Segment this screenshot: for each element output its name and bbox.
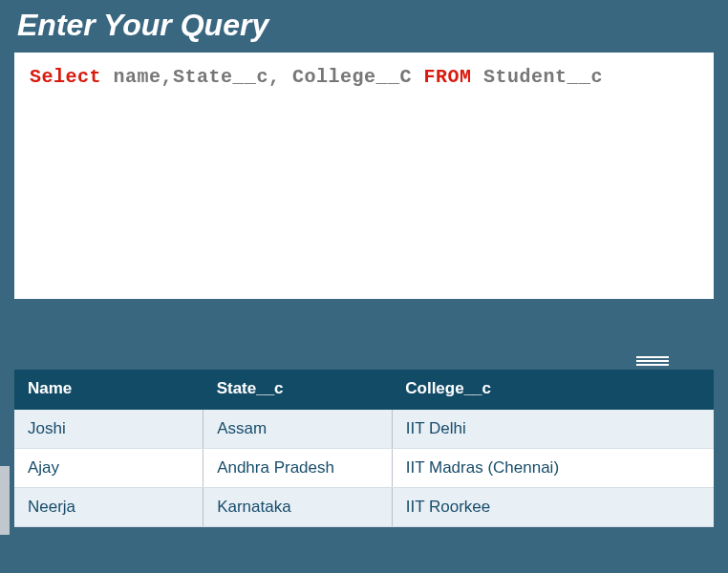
results-table: Name State__c College__c JoshiAssamIIT D… <box>14 370 714 527</box>
table-cell: Joshi <box>14 410 203 449</box>
table-cell: IIT Roorkee <box>392 488 714 527</box>
table-cell: Andhra Pradesh <box>203 449 393 488</box>
table-cell: IIT Delhi <box>392 410 714 449</box>
table-cell: Neerja <box>14 488 203 527</box>
table-row[interactable]: AjayAndhra PradeshIIT Madras (Chennai) <box>14 449 714 488</box>
left-scroll-indicator <box>0 466 10 535</box>
results-table-wrap: Name State__c College__c JoshiAssamIIT D… <box>14 370 714 527</box>
query-editor[interactable]: Select name,State__c, College__C FROM St… <box>14 53 714 299</box>
table-cell: Assam <box>203 410 393 449</box>
table-row[interactable]: NeerjaKarnatakaIIT Roorkee <box>14 488 714 527</box>
table-row[interactable]: JoshiAssamIIT Delhi <box>14 410 714 449</box>
table-cell: IIT Madras (Chennai) <box>392 449 714 488</box>
table-header-row: Name State__c College__c <box>14 370 714 410</box>
query-text: Student__c <box>472 66 604 88</box>
resize-handle-row <box>0 354 728 368</box>
query-keyword: FROM <box>424 66 472 88</box>
column-header-state[interactable]: State__c <box>203 370 393 410</box>
table-cell: Karnataka <box>203 488 393 527</box>
resize-handle-icon[interactable] <box>636 356 669 366</box>
column-header-name[interactable]: Name <box>14 370 203 410</box>
page-title: Enter Your Query <box>17 8 711 43</box>
query-keyword: Select <box>30 66 101 88</box>
column-header-college[interactable]: College__c <box>392 370 714 410</box>
table-cell: Ajay <box>14 449 203 488</box>
spacer <box>0 299 728 354</box>
header: Enter Your Query <box>0 0 728 53</box>
query-text: name,State__c, College__C <box>101 66 424 88</box>
